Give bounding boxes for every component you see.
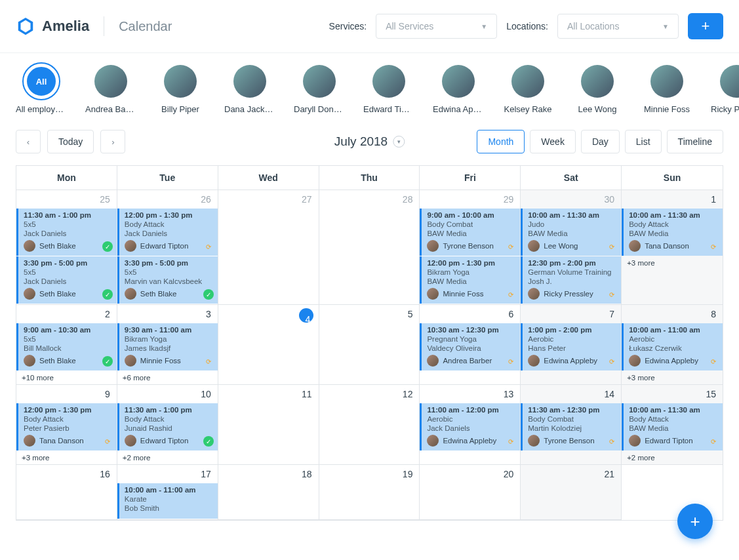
avatar <box>125 240 136 252</box>
employee-filter-item[interactable]: Edwina Appl… <box>433 65 484 114</box>
calendar-cell[interactable]: 19 <box>319 465 420 520</box>
employee-filter-item[interactable]: Ricky Pressley <box>711 65 739 114</box>
calendar-cell[interactable]: 1411:30 am - 12:30 pmBody CombatMartin K… <box>521 385 622 465</box>
avatar <box>720 65 739 98</box>
event[interactable]: 12:00 pm - 1:30 pmBody AttackPeter Pasie… <box>16 403 117 450</box>
event-time: 10:00 am - 11:30 am <box>629 211 717 219</box>
prev-button[interactable]: ‹ <box>16 130 41 153</box>
employee-filter-item[interactable]: Edward Tipton <box>363 65 414 114</box>
event[interactable]: 12:00 pm - 1:30 pmBody AttackJack Daniel… <box>117 209 218 256</box>
avatar <box>164 65 197 98</box>
employee-filter-item[interactable]: Daryll Donov… <box>294 65 345 114</box>
more-link[interactable]: +3 more <box>16 451 117 464</box>
employee-filter-item[interactable]: Lee Wong <box>572 65 623 114</box>
next-button[interactable]: › <box>100 130 125 153</box>
employee-name: Ricky Pressley <box>711 104 739 114</box>
event-time: 1:00 pm - 2:00 pm <box>528 326 616 334</box>
calendar-cell[interactable]: 11 <box>218 385 319 465</box>
calendar-cell[interactable]: 5 <box>319 305 420 385</box>
event-client: Jack Daniels <box>24 277 111 285</box>
calendar-cell[interactable]: 39:30 am - 11:00 amBikram YogaJames Ikad… <box>117 305 218 385</box>
add-button[interactable]: + <box>688 13 723 39</box>
services-label: Services: <box>329 21 367 31</box>
calendar-cell[interactable]: 28 <box>319 190 420 305</box>
date-number: 26 <box>117 190 218 209</box>
event[interactable]: 11:30 am - 1:00 pmBody AttackJunaid Rash… <box>117 403 218 450</box>
calendar-cell[interactable]: 29:00 am - 10:30 am5x5Bill MallockSeth B… <box>16 305 117 385</box>
calendar-cell[interactable]: 1011:30 am - 1:00 pmBody AttackJunaid Ra… <box>117 385 218 465</box>
more-link[interactable]: +6 more <box>117 371 218 384</box>
event-service: Body Attack <box>24 415 111 423</box>
event[interactable]: 12:00 pm - 1:30 pmBikram YogaBAW MediaMi… <box>420 256 520 304</box>
event-employee: Minnie Foss <box>140 357 181 365</box>
employee-filter-item[interactable]: Minnie Foss <box>641 65 692 114</box>
calendar-cell[interactable]: 110:00 am - 11:30 amBody AttackBAW Media… <box>622 190 723 305</box>
more-link[interactable]: +2 more <box>117 451 218 464</box>
more-link[interactable]: +2 more <box>622 451 723 464</box>
view-month[interactable]: Month <box>477 130 525 153</box>
calendar-cell[interactable]: 18 <box>218 465 319 520</box>
event-time: 9:00 am - 10:00 am <box>427 211 515 219</box>
calendar-cell[interactable]: 2511:30 am - 1:00 pm5x5Jack DanielsSeth … <box>16 190 117 305</box>
event-service: Body Attack <box>125 220 212 228</box>
event[interactable]: 9:00 am - 10:00 amBody CombatBAW MediaTy… <box>420 209 520 256</box>
brand-name: Amelia <box>42 18 89 35</box>
calendar-cell[interactable]: 3010:00 am - 11:30 amJudoBAW MediaLee Wo… <box>521 190 622 305</box>
refresh-icon: ⟳ <box>708 356 719 367</box>
calendar-cell[interactable]: 299:00 am - 10:00 amBody CombatBAW Media… <box>420 190 521 305</box>
event[interactable]: 10:00 am - 11:30 amJudoBAW MediaLee Wong… <box>521 209 621 256</box>
view-list[interactable]: List <box>625 130 662 153</box>
employee-filter-item[interactable]: Kelsey Rake <box>502 65 553 114</box>
more-link[interactable]: +10 more <box>16 371 117 384</box>
calendar-cell[interactable]: 1311:00 am - 12:00 pmAerobicJack Daniels… <box>420 385 521 465</box>
calendar-cell[interactable]: 71:00 pm - 2:00 pmAerobicHans PeterEdwin… <box>521 305 622 385</box>
event[interactable]: 10:00 am - 11:30 amBody AttackBAW MediaE… <box>622 403 723 450</box>
calendar-cell[interactable]: 1710:00 am - 11:00 amKarateBob Smith <box>117 465 218 520</box>
event[interactable]: 12:30 pm - 2:00 pmGerman Volume Training… <box>521 256 621 304</box>
event-employee: Seth Blake <box>39 357 76 365</box>
event[interactable]: 9:30 am - 11:00 amBikram YogaJames Ikads… <box>117 323 218 370</box>
event[interactable]: 11:30 am - 1:00 pm5x5Jack DanielsSeth Bl… <box>16 209 117 256</box>
calendar-cell[interactable]: 12 <box>319 385 420 465</box>
employee-filter-item[interactable]: AllAll employees <box>16 65 67 114</box>
event[interactable]: 10:00 am - 11:00 amAerobicŁukasz Czerwik… <box>622 323 723 370</box>
calendar-cell[interactable]: 4 <box>218 305 319 385</box>
today-button[interactable]: Today <box>47 130 94 153</box>
current-month[interactable]: July 2018 ▾ <box>334 134 405 149</box>
calendar-cell[interactable]: 21 <box>521 465 622 520</box>
check-icon: ✓ <box>102 289 113 300</box>
employee-filter-item[interactable]: Andrea Barber <box>85 65 136 114</box>
event-employee: Edwina Appleby <box>443 437 496 445</box>
locations-select[interactable]: All Locations ▼ <box>557 14 679 39</box>
view-day[interactable]: Day <box>581 130 620 153</box>
event[interactable]: 11:00 am - 12:00 pmAerobicJack DanielsEd… <box>420 403 520 450</box>
calendar-cell[interactable]: 2612:00 pm - 1:30 pmBody AttackJack Dani… <box>117 190 218 305</box>
event-time: 12:00 pm - 1:30 pm <box>24 406 111 414</box>
calendar-cell[interactable]: 16 <box>16 465 117 520</box>
event[interactable]: 1:00 pm - 2:00 pmAerobicHans PeterEdwina… <box>521 323 621 370</box>
logo[interactable]: Amelia <box>16 16 89 36</box>
event[interactable]: 9:00 am - 10:30 am5x5Bill MallockSeth Bl… <box>16 323 117 370</box>
more-link[interactable]: +3 more <box>622 256 723 270</box>
event[interactable]: 3:30 pm - 5:00 pm5x5Jack DanielsSeth Bla… <box>16 256 117 304</box>
event[interactable]: 3:30 pm - 5:00 pm5x5Marvin van Kalcvsbee… <box>117 256 218 304</box>
employee-name: Kelsey Rake <box>504 104 552 114</box>
calendar-cell[interactable]: 20 <box>420 465 521 520</box>
more-link[interactable]: +3 more <box>622 371 723 384</box>
employee-filter-item[interactable]: Billy Piper <box>155 65 206 114</box>
employee-name: All employees <box>16 104 67 114</box>
calendar-cell[interactable]: 810:00 am - 11:00 amAerobicŁukasz Czerwi… <box>622 305 723 385</box>
event[interactable]: 10:30 am - 12:30 pmPregnant YogaValdecy … <box>420 323 520 370</box>
event[interactable]: 11:30 am - 12:30 pmBody CombatMartin Kol… <box>521 403 621 450</box>
calendar-cell[interactable]: 27 <box>218 190 319 305</box>
calendar-cell[interactable]: 1510:00 am - 11:30 amBody AttackBAW Medi… <box>622 385 723 465</box>
event[interactable]: 10:00 am - 11:00 amKarateBob Smith <box>117 483 218 519</box>
view-timeline[interactable]: Timeline <box>667 130 723 153</box>
employee-filter-item[interactable]: Dana Jackson <box>224 65 275 114</box>
services-select[interactable]: All Services ▼ <box>376 14 497 39</box>
event[interactable]: 10:00 am - 11:30 amBody AttackBAW MediaT… <box>622 209 723 256</box>
weekday-header: Sun <box>622 166 723 190</box>
view-week[interactable]: Week <box>530 130 576 153</box>
calendar-cell[interactable]: 912:00 pm - 1:30 pmBody AttackPeter Pasi… <box>16 385 117 465</box>
calendar-cell[interactable]: 610:30 am - 12:30 pmPregnant YogaValdecy… <box>420 305 521 385</box>
